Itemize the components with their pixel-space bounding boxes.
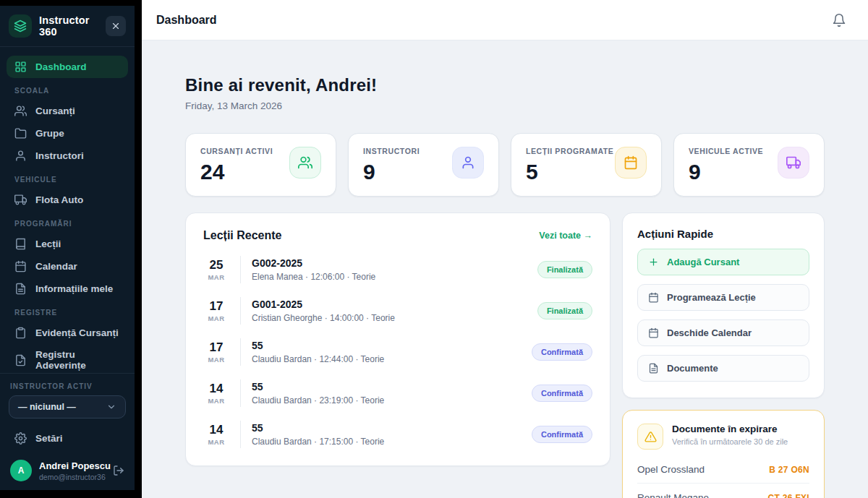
greeting: Bine ai revenit, Andrei! (185, 75, 825, 95)
sidebar-item-lectii[interactable]: Lecții (7, 233, 128, 255)
expiring-subtitle: Verifică în următoarele 30 de zile (672, 437, 788, 446)
sidebar-item-calendar[interactable]: Calendar (7, 255, 128, 278)
lesson-row[interactable]: 17 MAR 55 Claudiu Bardan · 12:44:00 · Te… (203, 338, 592, 366)
programeaza-lectie-button[interactable]: Programează Lecție (637, 284, 809, 311)
sidebar-footer: INSTRUCTOR ACTIV — niciunul — Setări A A… (0, 373, 135, 490)
nav-label: Informațiile mele (35, 283, 113, 294)
stat-card-cursanti-activi: CURSANȚI ACTIVI 24 (185, 133, 336, 197)
nav-label: Grupe (35, 128, 64, 139)
brand-logo (9, 14, 32, 38)
divider (240, 379, 241, 407)
file-icon (648, 363, 659, 374)
sidebar-item-cursanti[interactable]: Cursanți (7, 100, 128, 122)
lesson-info: G002-2025 Elena Manea · 12:06:00 · Teori… (252, 257, 527, 282)
section-label-scoala: SCOALA (7, 87, 128, 95)
bell-icon (832, 13, 846, 27)
right-column: Acțiuni Rapide Adaugă Cursant Programeaz… (622, 212, 825, 498)
current-date: Friday, 13 March 2026 (185, 100, 825, 111)
quick-actions-title: Acțiuni Rapide (637, 228, 809, 240)
vehicle-plate: CT 26 FXI (768, 493, 809, 498)
lesson-subtitle: Claudiu Bardan · 12:44:00 · Teorie (252, 354, 521, 364)
nav-label: Cursanți (35, 106, 75, 116)
sidebar-item-setari[interactable]: Setări (7, 427, 128, 450)
calendar-icon (14, 260, 27, 272)
gear-icon (14, 432, 27, 445)
sidebar-item-flota-auto[interactable]: Flota Auto (7, 189, 128, 211)
status-badge: Finalizată (537, 302, 592, 319)
divider (240, 338, 241, 366)
sidebar-item-grupe[interactable]: Grupe (7, 122, 128, 145)
stat-icon-box (289, 147, 321, 179)
lesson-subtitle: Claudiu Bardan · 23:19:00 · Teorie (252, 395, 521, 405)
expiring-documents-panel: Documente în expirare Verifică în următo… (622, 410, 825, 498)
action-label: Documente (667, 363, 718, 374)
stat-text: VEHICULE ACTIVE 9 (689, 147, 763, 184)
file-check-icon (14, 354, 27, 366)
vehicle-name: Opel Crossland (637, 464, 705, 475)
avatar: A (10, 460, 32, 481)
page-title: Dashboard (156, 14, 217, 27)
lesson-row[interactable]: 14 MAR 55 Claudiu Bardan · 17:15:00 · Te… (203, 421, 592, 448)
view-all-link[interactable]: Vezi toate → (539, 231, 592, 241)
grid-icon (14, 61, 27, 73)
lesson-info: 55 Claudiu Bardan · 23:19:00 · Teorie (252, 381, 521, 405)
lesson-title: G002-2025 (252, 257, 527, 269)
sidebar-item-dashboard[interactable]: Dashboard (7, 56, 128, 78)
action-label: Programează Lecție (667, 292, 756, 303)
truck-icon (786, 155, 801, 170)
chevron-down-icon (106, 402, 116, 412)
sidebar-nav: Dashboard SCOALA Cursanți Grupe Instruct… (0, 47, 135, 373)
action-label: Deschide Calendar (667, 327, 752, 338)
sidebar-item-evidenta-cursanti[interactable]: Evidență Cursanți (7, 322, 128, 344)
lesson-subtitle: Elena Manea · 12:06:00 · Teorie (252, 272, 527, 282)
select-value: — niciunul — (18, 402, 76, 412)
lesson-info: 55 Claudiu Bardan · 12:44:00 · Teorie (252, 340, 521, 364)
users-icon (14, 105, 27, 117)
clipboard-icon (14, 327, 27, 339)
logout-button[interactable] (113, 465, 124, 476)
lesson-date: 14 MAR (203, 423, 229, 446)
stat-value: 24 (200, 160, 273, 184)
documente-button[interactable]: Documente (637, 355, 809, 382)
section-label-vehicule: VEHICULE (7, 176, 128, 184)
notifications-button[interactable] (832, 13, 846, 27)
lesson-info: G001-2025 Cristian Gheorghe · 14:00:00 ·… (252, 299, 527, 323)
sidebar-item-informatiile-mele[interactable]: Informațiile mele (7, 278, 128, 300)
stat-label: CURSANȚI ACTIVI (200, 147, 273, 155)
lesson-title: 55 (252, 381, 521, 392)
nav-label: Lecții (35, 239, 61, 249)
lesson-title: 55 (252, 422, 521, 434)
logout-icon (113, 465, 124, 476)
nav-label: Registru Adeverințe (35, 349, 120, 371)
status-badge: Finalizată (537, 261, 592, 278)
instructor-activ-select[interactable]: — niciunul — (9, 395, 126, 418)
sidebar-close-button[interactable] (106, 16, 126, 36)
add-cursant-button[interactable]: Adaugă Cursant (637, 249, 809, 275)
stat-text: CURSANȚI ACTIVI 24 (200, 147, 273, 184)
user-profile: A Andrei Popescu demo@instructor36... (9, 457, 126, 484)
user-name: Andrei Popescu (39, 460, 106, 471)
user-icon (461, 155, 475, 170)
plus-icon (648, 257, 659, 267)
lesson-row[interactable]: 25 MAR G002-2025 Elena Manea · 12:06:00 … (203, 256, 592, 283)
section-label-programari: PROGRAMĂRI (7, 220, 128, 228)
lesson-row[interactable]: 14 MAR 55 Claudiu Bardan · 23:19:00 · Te… (203, 379, 592, 407)
stat-text: INSTRUCTORI 9 (363, 147, 420, 184)
file-icon (14, 283, 27, 295)
lesson-row[interactable]: 17 MAR G001-2025 Cristian Gheorghe · 14:… (203, 297, 592, 325)
topbar: Dashboard (142, 0, 868, 40)
stat-value: 9 (363, 160, 420, 184)
stat-icon-box (778, 147, 809, 179)
deschide-calendar-button[interactable]: Deschide Calendar (637, 319, 809, 346)
nav-label: Flota Auto (35, 194, 83, 205)
vehicle-plate: B 27 O6N (769, 465, 809, 475)
calendar-icon (624, 155, 638, 170)
status-badge: Confirmată (532, 343, 592, 361)
users-icon (298, 155, 312, 170)
close-icon (111, 21, 121, 31)
sidebar-item-instructori[interactable]: Instructori (7, 145, 128, 167)
instructor-activ-label: INSTRUCTOR ACTIV (9, 382, 126, 390)
expiring-header: Documente în expirare Verifică în următo… (637, 424, 809, 450)
expiring-titles: Documente în expirare Verifică în următo… (672, 424, 788, 446)
sidebar-item-registru-adeverinte[interactable]: Registru Adeverințe (7, 344, 128, 373)
